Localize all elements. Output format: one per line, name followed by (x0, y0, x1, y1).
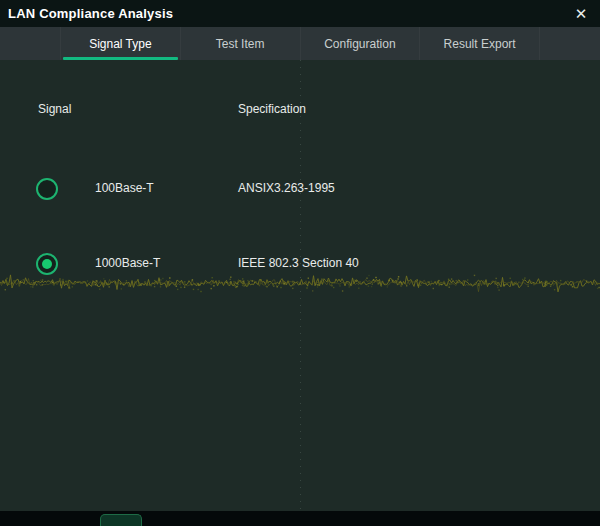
column-header-specification: Specification (238, 102, 306, 116)
title-bar: LAN Compliance Analysis ✕ (0, 0, 600, 27)
radio-100base-t[interactable] (36, 178, 58, 200)
bottom-bar (0, 511, 600, 526)
lan-compliance-dialog: LAN Compliance Analysis ✕ Signal Type Te… (0, 0, 600, 526)
tabs-container: Signal Type Test Item Configuration Resu… (60, 27, 540, 60)
signal-row-100base-t[interactable]: 100Base-T ANSIX3.263-1995 (0, 178, 600, 202)
tab-configuration[interactable]: Configuration (301, 27, 421, 60)
specification-value: IEEE 802.3 Section 40 (238, 256, 359, 270)
signal-type-panel: Signal Specification 100Base-T ANSIX3.26… (0, 60, 600, 510)
tab-configuration-label: Configuration (324, 37, 395, 51)
tab-signal-type-label: Signal Type (89, 37, 152, 51)
tab-test-item-label: Test Item (216, 37, 265, 51)
tab-bar: Signal Type Test Item Configuration Resu… (0, 27, 600, 60)
signal-label: 1000Base-T (95, 256, 160, 270)
close-icon[interactable]: ✕ (570, 3, 592, 25)
tab-signal-type[interactable]: Signal Type (60, 27, 181, 60)
specification-value: ANSIX3.263-1995 (238, 181, 335, 195)
background-ui-fragment (100, 514, 142, 526)
tab-test-item[interactable]: Test Item (181, 27, 301, 60)
tab-result-export[interactable]: Result Export (420, 27, 540, 60)
radio-1000base-t[interactable] (36, 253, 58, 275)
window-title: LAN Compliance Analysis (8, 6, 173, 21)
column-header-signal: Signal (38, 102, 71, 116)
signal-row-1000base-t[interactable]: 1000Base-T IEEE 802.3 Section 40 (0, 253, 600, 277)
active-tab-underline (63, 57, 178, 60)
signal-label: 100Base-T (95, 181, 154, 195)
tab-result-export-label: Result Export (444, 37, 516, 51)
